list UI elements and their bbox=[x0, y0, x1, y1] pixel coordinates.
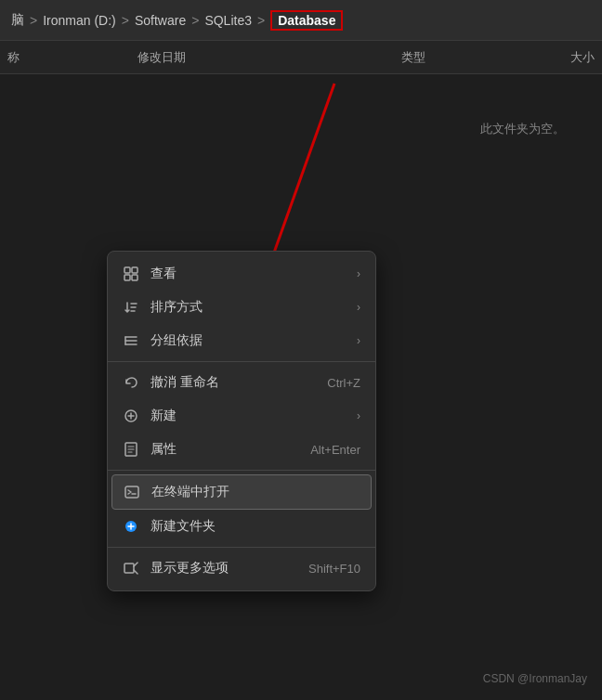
watermark: CSDN @IronmanJay bbox=[483, 672, 587, 685]
menu-item-new[interactable]: 新建 › bbox=[108, 399, 375, 433]
menu-item-sort[interactable]: 排序方式 › bbox=[108, 291, 375, 324]
menu-item-view[interactable]: 查看 › bbox=[108, 257, 375, 291]
undo-icon bbox=[123, 374, 139, 391]
svg-rect-4 bbox=[124, 275, 130, 280]
terminal-icon bbox=[124, 484, 140, 500]
column-headers: 称 修改日期 类型 大小 bbox=[0, 41, 602, 74]
breadcrumb: 脑 > Ironman (D:) > Software > SQLite3 > … bbox=[0, 0, 602, 41]
view-arrow-icon: › bbox=[357, 267, 360, 280]
sort-icon bbox=[123, 299, 139, 316]
svg-rect-25 bbox=[124, 564, 134, 573]
new-icon bbox=[123, 408, 139, 424]
breadcrumb-sep-2: > bbox=[191, 13, 199, 28]
menu-item-terminal-label: 在终端中打开 bbox=[151, 484, 229, 500]
more-options-icon bbox=[123, 560, 139, 577]
menu-item-open-terminal[interactable]: 在终端中打开 bbox=[111, 474, 372, 510]
col-header-modified: 修改日期 bbox=[35, 49, 287, 66]
menu-item-new-folder-label: 新建文件夹 bbox=[150, 518, 216, 535]
svg-rect-3 bbox=[132, 267, 137, 273]
menu-item-new-folder[interactable]: 新建文件夹 bbox=[108, 510, 375, 543]
properties-icon bbox=[123, 441, 139, 458]
menu-item-view-label: 查看 bbox=[150, 266, 177, 282]
context-menu: 查看 › 排序方式 › 分组依据 › bbox=[107, 251, 376, 591]
view-icon bbox=[123, 266, 139, 282]
more-options-shortcut: Shift+F10 bbox=[308, 562, 360, 576]
properties-shortcut: Alt+Enter bbox=[310, 443, 360, 457]
group-icon bbox=[123, 332, 139, 349]
new-arrow-icon: › bbox=[357, 409, 360, 422]
svg-rect-20 bbox=[125, 486, 138, 498]
menu-item-group-label: 分组依据 bbox=[150, 332, 203, 349]
breadcrumb-sep-3: > bbox=[257, 13, 265, 28]
breadcrumb-sep-0: > bbox=[30, 13, 37, 28]
menu-item-properties-label: 属性 bbox=[150, 441, 177, 458]
col-header-name: 称 bbox=[7, 49, 35, 66]
svg-rect-2 bbox=[124, 267, 130, 273]
group-arrow-icon: › bbox=[357, 334, 360, 347]
menu-item-new-label: 新建 bbox=[150, 408, 177, 424]
svg-rect-5 bbox=[132, 275, 137, 280]
menu-item-undo[interactable]: 撤消 重命名 Ctrl+Z bbox=[108, 366, 375, 399]
col-header-type: 类型 bbox=[287, 49, 539, 66]
breadcrumb-item-3[interactable]: SQLite3 bbox=[204, 13, 252, 28]
divider-3 bbox=[108, 547, 375, 548]
sort-arrow-icon: › bbox=[357, 301, 360, 314]
col-header-size: 大小 bbox=[539, 49, 595, 66]
new-folder-icon bbox=[123, 518, 139, 535]
breadcrumb-item-2[interactable]: Software bbox=[135, 13, 186, 28]
empty-folder-text: 此文件夹为空。 bbox=[480, 121, 565, 137]
breadcrumb-item-1[interactable]: Ironman (D:) bbox=[43, 13, 116, 28]
breadcrumb-item-0[interactable]: 脑 bbox=[11, 12, 24, 29]
menu-item-group[interactable]: 分组依据 › bbox=[108, 324, 375, 357]
menu-item-undo-label: 撤消 重命名 bbox=[150, 374, 219, 391]
divider-2 bbox=[108, 470, 375, 471]
divider-1 bbox=[108, 361, 375, 362]
menu-item-more-options-label: 显示更多选项 bbox=[150, 560, 229, 577]
menu-item-sort-label: 排序方式 bbox=[150, 299, 203, 316]
menu-item-properties[interactable]: 属性 Alt+Enter bbox=[108, 433, 375, 466]
breadcrumb-sep-1: > bbox=[122, 13, 129, 28]
menu-item-more-options[interactable]: 显示更多选项 Shift+F10 bbox=[108, 551, 375, 585]
breadcrumb-item-active[interactable]: Database bbox=[270, 10, 343, 31]
undo-shortcut: Ctrl+Z bbox=[327, 376, 360, 390]
